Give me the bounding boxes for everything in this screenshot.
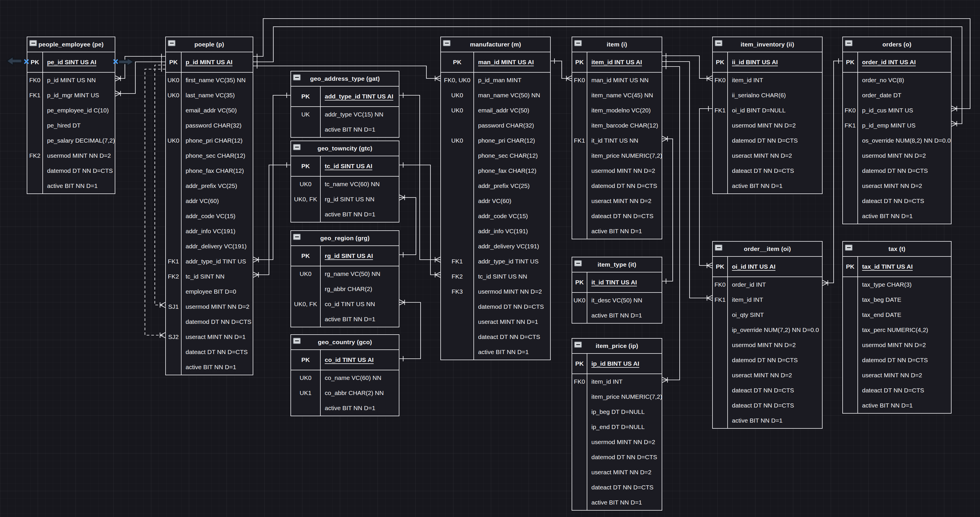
column-row[interactable]: useract MINT NN D=2 (713, 148, 822, 163)
pk-row-grg[interactable]: PKrg_id SINT US AI (291, 246, 399, 266)
column-row[interactable]: pe_salary DECIMAL(7,2) (27, 133, 115, 148)
column-row[interactable]: addr_prefix VC(25) (441, 178, 550, 193)
column-row[interactable]: useract MINT NN D=2 (843, 178, 951, 193)
column-row[interactable]: active BIT NN D=1 (713, 413, 822, 428)
pk-row-o[interactable]: PKorder_id INT US AI (843, 52, 951, 73)
column-row[interactable]: item_price NUMERIC(7,2) (572, 389, 662, 404)
column-row[interactable]: addr VC(60) (166, 193, 253, 208)
column-row[interactable]: tax_perc NUMERIC(4,2) (843, 322, 951, 337)
column-row[interactable]: phone_fax CHAR(12) (166, 163, 253, 178)
connector-gtc_rgid-to-grg_pk[interactable] (399, 195, 416, 257)
column-row[interactable]: FK1item_id INT (713, 292, 822, 307)
pk-row-gtc[interactable]: PKtc_id SINT US AI (291, 156, 399, 177)
entity-ip[interactable]: item_price (ip)PKip_id BINT US AIFK0item… (572, 338, 662, 511)
column-row[interactable]: FK0, UK0p_id_man MINT (441, 73, 550, 88)
column-row[interactable]: addr_delivery VC(191) (166, 239, 253, 254)
minimize-icon[interactable] (293, 338, 301, 344)
column-row[interactable]: addr_delivery VC(191) (441, 239, 550, 254)
column-row[interactable]: usermod MINT NN D=2 (843, 148, 951, 163)
column-row[interactable]: active BIT NN D=1 (291, 312, 399, 327)
minimize-icon[interactable] (574, 260, 582, 266)
column-row[interactable]: addr_code VC(15) (441, 208, 550, 224)
minimize-icon[interactable] (293, 144, 301, 150)
entity-header-i[interactable]: item (i) (572, 37, 662, 52)
column-row[interactable]: password CHAR(32) (166, 118, 253, 133)
connector-gtc_pk-to-m_tcid[interactable] (399, 162, 440, 277)
column-row[interactable]: UK1co_abbr CHAR(2) NN (291, 385, 399, 401)
column-row[interactable]: dateact DT NN D=CTS (843, 383, 951, 398)
column-row[interactable]: UKaddr_type VC(15) NN (291, 107, 399, 122)
column-row[interactable]: dateact DT NN D=CTS (166, 344, 253, 360)
connector-grg_coid-to-gco_pk[interactable] (399, 300, 421, 361)
column-row[interactable]: datemod DT NN D=CTS (843, 163, 951, 178)
entity-oi[interactable]: order__item (oi)PKoi_id INT US AIFK0orde… (712, 241, 822, 429)
column-row[interactable]: active BIT NN D=1 (291, 401, 399, 416)
column-row[interactable]: phone_sec CHAR(12) (441, 148, 550, 163)
column-row[interactable]: datemod DT NN D=CTS (713, 133, 822, 148)
entity-gco[interactable]: geo_country (gco)PKco_id TINT US AIUK0co… (290, 334, 399, 416)
connector-p_addrtype-to-gat_pk[interactable] (253, 93, 290, 262)
entity-grg[interactable]: geo_region (grg)PKrg_id SINT US AIUK0rg_… (290, 230, 399, 327)
column-row[interactable]: FK2tc_id SINT NN (166, 269, 253, 284)
connector-i_pk-to-ii_itemid[interactable] (662, 53, 712, 81)
column-row[interactable]: ip_beg DT D=NULL (572, 404, 662, 419)
column-row[interactable]: oi_qty SINT (713, 307, 822, 322)
column-row[interactable]: datemod DT NN D=CTS (572, 178, 662, 193)
minimize-icon[interactable] (574, 342, 582, 348)
column-row[interactable]: order_no VC(8) (843, 73, 951, 88)
connector-p-selfjoin-sj1[interactable] (155, 62, 165, 308)
column-row[interactable]: addr VC(60) (441, 193, 550, 208)
column-row[interactable]: item_name VC(45) NN (572, 88, 662, 103)
column-row[interactable]: datemod DT NN D=CTS (27, 163, 115, 178)
entity-t[interactable]: tax (t)PKtax_id TINT US AItax_type CHAR(… (842, 241, 951, 414)
column-row[interactable]: FK0item_id INT (572, 374, 662, 389)
column-row[interactable]: email_addr VC(50) (166, 103, 253, 118)
entity-header-it[interactable]: item_type (it) (572, 257, 662, 272)
column-row[interactable]: item_modelno VC(20) (572, 103, 662, 118)
pk-row-m[interactable]: PKman_id MINT US AI (441, 52, 550, 73)
column-row[interactable]: FK0p_id MINT US NN (27, 73, 115, 88)
connector-p_tcid-to-gtc_pk[interactable] (253, 162, 290, 277)
column-row[interactable]: UK0phone_pri CHAR(12) (441, 133, 550, 148)
column-row[interactable]: FK1p_id_emp MINT US (843, 118, 951, 133)
connector-gat_pk-to-m_addrtype[interactable] (399, 93, 440, 262)
diagram-canvas[interactable]: people_employee (pe)PKpe_id SINT US AIFK… (0, 0, 980, 517)
column-row[interactable]: datemod DT NN D=CTS (572, 450, 662, 465)
minimize-icon[interactable] (574, 40, 582, 46)
column-row[interactable]: dateact DT NN D=CTS (441, 329, 550, 344)
column-row[interactable]: phone_sec CHAR(12) (166, 148, 253, 163)
column-row[interactable]: usermod MINT NN D=2 (572, 163, 662, 178)
column-row[interactable]: dateact DT NN D=CTS (713, 398, 822, 413)
entity-header-m[interactable]: manufacturer (m) (441, 37, 550, 52)
column-row[interactable]: active BIT NN D=1 (843, 398, 951, 413)
column-row[interactable]: tax_type CHAR(3) (843, 277, 951, 292)
column-row[interactable]: pe_hired DT (27, 118, 115, 133)
entity-header-t[interactable]: tax (t) (843, 242, 951, 257)
column-row[interactable]: datemod DT NN D=CTS (166, 314, 253, 329)
minimize-icon[interactable] (293, 234, 301, 240)
entity-pe[interactable]: people_employee (pe)PKpe_id SINT US AIFK… (27, 37, 115, 194)
column-row[interactable]: os_override NUM(8,2) NN D=0.0 (843, 133, 951, 148)
minimize-icon[interactable] (845, 40, 853, 46)
column-row[interactable]: FK2usermod MINT NN D=2 (27, 148, 115, 163)
column-row[interactable]: item_barcode CHAR(12) (572, 118, 662, 133)
entity-header-ii[interactable]: item_inventory (ii) (713, 37, 822, 52)
pk-row-it[interactable]: PKit_id TINT US AI (572, 272, 662, 293)
column-row[interactable]: password CHAR(32) (441, 118, 550, 133)
column-row[interactable]: FK0man_id MINT US NN (572, 73, 662, 88)
column-row[interactable]: UK0, FKco_id TINT US NN (291, 297, 399, 312)
column-row[interactable]: useract MINT NN D=2 (572, 465, 662, 480)
column-row[interactable]: UK0phone_pri CHAR(12) (166, 133, 253, 148)
entity-header-p[interactable]: poeple (p) (166, 37, 253, 52)
column-row[interactable]: active BIT NN D=1 (441, 344, 550, 360)
connector-i_pk-to-ip_itemid[interactable] (662, 64, 680, 383)
column-row[interactable]: UK0it_desc VC(50) NN (572, 293, 662, 308)
column-row[interactable]: FK3usermod MINT NN D=2 (441, 284, 550, 299)
minimize-icon[interactable] (443, 40, 450, 46)
entity-header-ip[interactable]: item_price (ip) (572, 339, 662, 354)
column-row[interactable]: usermod MINT NN D=2 (713, 118, 822, 133)
pk-row-pe[interactable]: PKpe_id SINT US AI (27, 52, 115, 73)
column-row[interactable]: UK0man_name VC(50) NN (441, 88, 550, 103)
connector-it_pk-to-i_itid[interactable] (662, 136, 673, 284)
entity-m[interactable]: manufacturer (m)PKman_id MINT US AIFK0, … (440, 37, 551, 360)
